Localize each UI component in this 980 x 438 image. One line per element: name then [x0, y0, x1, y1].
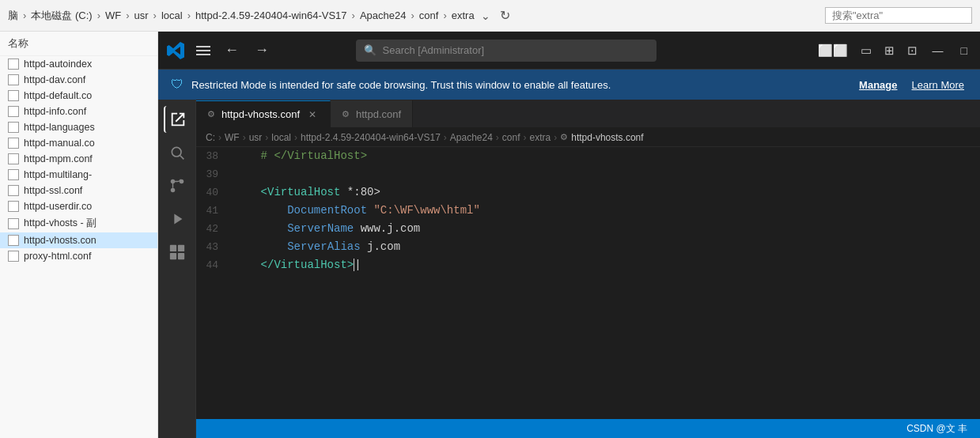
file-name: proxy-html.conf: [24, 251, 91, 262]
customize-layout-btn[interactable]: ⊡: [903, 41, 921, 60]
toggle-sidebar-btn[interactable]: ▭: [857, 41, 876, 60]
explorer-activity-icon[interactable]: [164, 106, 191, 133]
path-c: 本地磁盘 (C:): [31, 9, 92, 23]
file-item[interactable]: httpd-multilang-: [0, 167, 157, 183]
file-name: httpd-manual.co: [24, 138, 95, 149]
path-conf: conf: [419, 9, 439, 21]
tab-label-2: httpd.conf: [356, 108, 401, 120]
source-control-activity-icon[interactable]: [164, 172, 191, 199]
maximize-button[interactable]: □: [955, 42, 974, 59]
path-apache24: Apache24: [360, 9, 407, 21]
path-dropdown-btn[interactable]: ⌄: [481, 9, 490, 22]
file-icon: [8, 185, 19, 196]
file-name: httpd-vhosts.con: [24, 235, 96, 246]
line-num-38: 38: [196, 148, 234, 165]
back-button[interactable]: ←: [220, 39, 244, 62]
sep6: ›: [352, 9, 355, 21]
line-content-44: </VirtualHost>|: [234, 256, 361, 274]
code-line-38: 38 # </VirtualHost>: [196, 147, 980, 165]
file-item[interactable]: httpd-mpm.conf: [0, 151, 157, 167]
line-content-39: [234, 165, 240, 183]
search-bar[interactable]: 🔍 Search [Administrator]: [356, 40, 656, 62]
file-item[interactable]: httpd-languages: [0, 119, 157, 135]
line-content-43: ServerAlias j.com: [234, 238, 400, 255]
line-num-39: 39: [196, 166, 234, 183]
run-debug-activity-icon[interactable]: [164, 206, 191, 232]
file-icon: [8, 251, 19, 262]
file-name: httpd-info.conf: [24, 106, 86, 117]
learn-more-button[interactable]: Learn More: [909, 79, 967, 91]
extensions-activity-icon[interactable]: [164, 239, 191, 266]
file-item[interactable]: httpd-userdir.co: [0, 198, 157, 214]
line-num-40: 40: [196, 184, 234, 202]
forward-button[interactable]: →: [250, 39, 274, 62]
file-name: httpd-autoindex: [24, 59, 92, 70]
split-editor-btn[interactable]: ⬜⬜: [814, 41, 852, 60]
tab-gear-icon-2: ⚙: [342, 109, 350, 119]
vscode-area: ← → 🔍 Search [Administrator] ⬜⬜ ▭ ⊞ ⊡ — …: [158, 32, 980, 438]
bc-apache24: Apache24: [450, 132, 493, 143]
file-item[interactable]: httpd-default.co: [0, 88, 157, 104]
file-item[interactable]: httpd-dav.conf: [0, 72, 157, 88]
file-name: httpd-default.co: [24, 90, 92, 101]
bc-local: local: [271, 132, 291, 143]
file-icon: [8, 169, 19, 180]
svg-point-0: [172, 147, 181, 157]
file-icon: [8, 90, 19, 101]
file-icon: [8, 74, 19, 85]
explorer-bar: 脑 › 本地磁盘 (C:) › WF › usr › local › httpd…: [0, 0, 980, 32]
file-name: httpd-multilang-: [24, 169, 92, 180]
status-bar: CSDN @文 丰: [196, 419, 980, 438]
path-brain: 脑: [8, 9, 18, 23]
code-line-42: 42 ServerName www.j.com: [196, 220, 980, 238]
tab-vhosts[interactable]: ⚙ httpd-vhosts.conf ✕: [196, 100, 331, 127]
bc-extra: extra: [530, 132, 551, 143]
file-item[interactable]: httpd-vhosts - 副: [0, 214, 157, 232]
line-content-41: DocumentRoot "C:\WF\www\html": [234, 202, 480, 219]
explorer-search-input[interactable]: [825, 7, 972, 24]
file-name: httpd-languages: [24, 122, 95, 133]
vscode-logo: [165, 40, 187, 62]
line-num-41: 41: [196, 202, 234, 220]
minimize-button[interactable]: —: [926, 42, 950, 59]
file-icon: [8, 218, 19, 229]
file-item[interactable]: httpd-info.conf: [0, 104, 157, 119]
refresh-button[interactable]: ↻: [500, 8, 510, 23]
code-line-39: 39: [196, 165, 980, 183]
restricted-banner: 🛡 Restricted Mode is intended for safe c…: [158, 70, 980, 100]
file-list: httpd-autoindexhttpd-dav.confhttpd-defau…: [0, 56, 157, 264]
file-item[interactable]: httpd-ssl.conf: [0, 183, 157, 198]
breadcrumb: C: › WF › usr › local › httpd-2.4.59-240…: [196, 128, 980, 147]
file-panel-header: 名称: [0, 32, 157, 56]
editor-layout: ⚙ httpd-vhosts.conf ✕ ⚙ httpd.conf C: › …: [158, 100, 980, 438]
file-item[interactable]: httpd-autoindex: [0, 56, 157, 72]
tab-gear-icon-1: ⚙: [207, 109, 215, 119]
file-name: httpd-dav.conf: [24, 74, 85, 85]
hamburger-button[interactable]: [193, 43, 214, 59]
line-content-40: <VirtualHost *:80>: [234, 183, 380, 201]
bc-wf: WF: [225, 132, 240, 143]
bc-usr: usr: [249, 132, 263, 143]
code-line-44: 44 </VirtualHost>|: [196, 256, 980, 274]
code-area[interactable]: 38 # </VirtualHost> 39 40 <VirtualHost *…: [196, 147, 980, 419]
layout-btn[interactable]: ⊞: [880, 41, 899, 60]
file-item[interactable]: httpd-manual.co: [0, 135, 157, 151]
file-item[interactable]: proxy-html.conf: [0, 248, 157, 264]
tab-httpd[interactable]: ⚙ httpd.conf: [331, 100, 413, 127]
code-line-43: 43 ServerAlias j.com: [196, 238, 980, 256]
search-activity-icon[interactable]: [164, 139, 191, 166]
file-name: httpd-ssl.conf: [24, 185, 82, 196]
line-content-38: # </VirtualHost>: [234, 147, 367, 164]
sep5: ›: [187, 9, 191, 21]
svg-rect-8: [177, 253, 184, 259]
file-icon: [8, 122, 19, 133]
search-bar-text: Search [Administrator]: [383, 44, 485, 56]
file-icon: [8, 59, 19, 70]
sep3: ›: [126, 9, 129, 21]
file-item[interactable]: httpd-vhosts.con: [0, 232, 157, 248]
bc-c: C:: [206, 132, 215, 143]
file-icon: [8, 106, 19, 117]
tab-close-btn-1[interactable]: ✕: [306, 108, 319, 121]
manage-button[interactable]: Manage: [856, 79, 900, 91]
code-line-40: 40 <VirtualHost *:80>: [196, 183, 980, 202]
